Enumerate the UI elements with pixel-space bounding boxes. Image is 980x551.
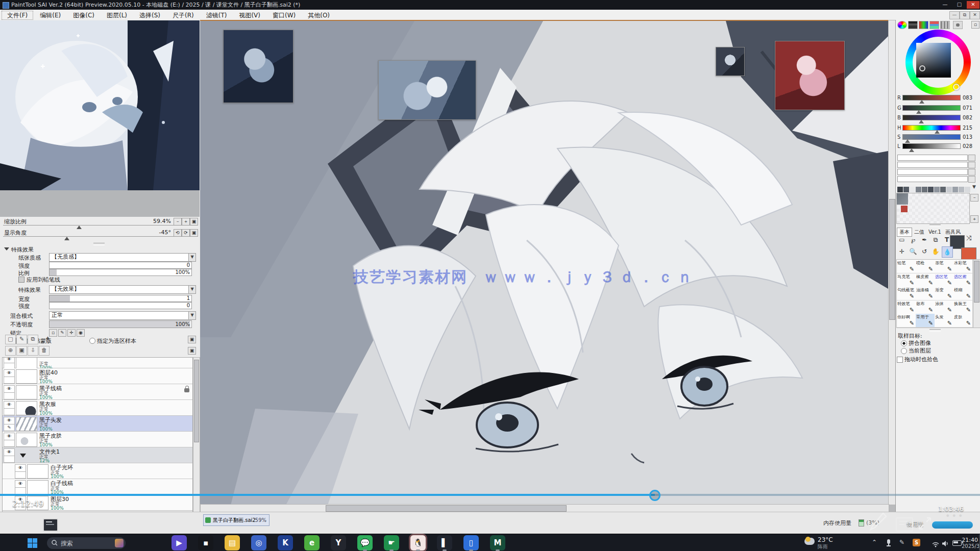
- layer-link-box[interactable]: [4, 392, 15, 399]
- nav-angle-reset-button[interactable]: ▣: [190, 229, 198, 237]
- brush-选区擦[interactable]: 选区擦✎: [953, 273, 973, 287]
- layer-visibility-eye-icon[interactable]: 👁: [15, 464, 26, 472]
- brush-换装王[interactable]: 换装王✎: [953, 300, 973, 314]
- layer-link-box[interactable]: ✎: [4, 424, 15, 431]
- new-folder-icon[interactable]: ▣: [16, 346, 27, 356]
- layer-list-menu-button[interactable]: ▣: [188, 347, 196, 355]
- brush-渐变[interactable]: 渐变✎: [935, 287, 954, 300]
- duplicate-layer-icon[interactable]: ⧉: [28, 335, 38, 344]
- paint-tool-icon[interactable]: ✎: [16, 335, 27, 344]
- layer-row-黑子皮肤[interactable]: 👁黑子皮肤正常100%: [3, 432, 192, 447]
- start-button[interactable]: [28, 538, 37, 548]
- color-mix-field-1[interactable]: [897, 155, 968, 161]
- layer-row-图层40[interactable]: 👁图层40正常100%: [3, 368, 192, 384]
- lock-all-icon[interactable]: ◉: [77, 329, 85, 337]
- layer-link-box[interactable]: [15, 487, 26, 494]
- paper-texture-dropdown[interactable]: 【无质感】▼: [49, 253, 196, 262]
- folder-collapse-icon[interactable]: [20, 454, 26, 458]
- layer-visibility-eye-icon[interactable]: 👁: [15, 480, 26, 488]
- color-mix-field-4[interactable]: [897, 176, 968, 182]
- media-player-icon[interactable]: ▶: [172, 535, 187, 550]
- swatch-5[interactable]: [922, 187, 927, 192]
- brush-勾线蘸笔[interactable]: 勾线蘸笔✎: [897, 287, 916, 300]
- eyedropper-tool-icon[interactable]: 💧: [942, 246, 953, 258]
- swatch-6[interactable]: [928, 187, 934, 192]
- scratchpad-tab-icon[interactable]: [953, 21, 963, 29]
- brush-头发[interactable]: 头发✎: [935, 314, 954, 328]
- layer-list-scrollbar-thumb[interactable]: [194, 360, 199, 442]
- panel-resize-grip[interactable]: [93, 243, 105, 245]
- navigator[interactable]: [0, 20, 200, 217]
- chevron-down-icon[interactable]: ▼: [188, 254, 195, 261]
- speaker-icon[interactable]: [942, 539, 949, 546]
- e-browser-icon[interactable]: e: [304, 535, 320, 550]
- color-scratchpad[interactable]: [896, 193, 970, 224]
- clone-icon[interactable]: ⧉: [930, 235, 941, 245]
- brush-常用于[interactable]: 常用于✎: [916, 314, 935, 328]
- doc-minimize-button[interactable]: —: [949, 11, 960, 19]
- brush-panel-grip[interactable]: [929, 329, 941, 332]
- rotate-view-icon[interactable]: ↺: [919, 246, 929, 257]
- layer-list-scrollbar[interactable]: [193, 357, 200, 513]
- menu-10[interactable]: 其他(O): [302, 10, 336, 20]
- weather-widget[interactable]: 23°C 阵雨: [804, 536, 861, 550]
- color-mix-field-2[interactable]: [897, 162, 968, 168]
- color-mix-field-button-1[interactable]: [968, 155, 975, 161]
- brush-你好啊[interactable]: 你好啊✎: [897, 314, 916, 328]
- nav-angle-slider[interactable]: [3, 236, 197, 237]
- menu-1[interactable]: 文件(F): [1, 10, 34, 20]
- menu-5[interactable]: 选择(S): [133, 10, 166, 20]
- brush-水彩笔[interactable]: 水彩笔✎: [953, 260, 973, 273]
- wifi-icon[interactable]: [932, 540, 939, 545]
- swatch-dropdown-icon[interactable]: ▼: [972, 184, 976, 189]
- annotate-pencil-icon[interactable]: [869, 511, 888, 532]
- doc-app-icon[interactable]: ▌: [437, 535, 452, 550]
- swatch-1[interactable]: [897, 187, 903, 192]
- layer-link-box[interactable]: [15, 471, 26, 479]
- scratchpad-zoom-out-button[interactable]: －: [970, 194, 978, 202]
- nav-zoom-reset-button[interactable]: ▣: [190, 218, 198, 226]
- layer-row-黑子头发[interactable]: 👁✎黑子头发正常100%: [3, 416, 192, 432]
- maximize-button[interactable]: □: [952, 1, 966, 9]
- opacity-slider[interactable]: 100%: [49, 320, 192, 328]
- color-slider-G[interactable]: [902, 105, 961, 111]
- fullscreen-icon[interactable]: [918, 516, 932, 531]
- layer-link-box[interactable]: [4, 456, 15, 463]
- reference-image-2[interactable]: [378, 60, 476, 120]
- color-slider-marker-G[interactable]: [916, 110, 921, 114]
- width-slider[interactable]: 1: [49, 295, 192, 302]
- more-options-icon[interactable]: •••: [945, 511, 964, 521]
- color-slider-R[interactable]: [902, 95, 961, 101]
- reference-image-1[interactable]: [223, 30, 293, 103]
- swatch-3[interactable]: [910, 187, 915, 192]
- tray-pen-icon[interactable]: ✎: [899, 539, 904, 546]
- document-tab[interactable]: 黑子白子翻画.sai2 59%: [203, 514, 270, 526]
- phone-link-icon[interactable]: ▯: [463, 535, 479, 550]
- brush-橡皮擦[interactable]: 橡皮擦✎: [916, 273, 935, 287]
- brush-皮肤[interactable]: 皮肤✎: [953, 314, 973, 328]
- color-wheel-cursor[interactable]: [953, 84, 960, 90]
- nav-zoom-out-button[interactable]: －: [174, 218, 182, 226]
- brush-模糊[interactable]: 模糊✎: [953, 287, 973, 300]
- layer-visibility-eye-icon[interactable]: 👁: [4, 369, 15, 377]
- brush-grid-scrollbar[interactable]: [973, 259, 980, 328]
- layer-link-box[interactable]: [4, 440, 15, 447]
- sampling-current-radio[interactable]: [901, 348, 907, 354]
- canvas-vertical-scrollbar-thumb[interactable]: [889, 199, 895, 320]
- swatch-2[interactable]: [903, 187, 909, 192]
- qq-penguin-icon[interactable]: 🐧: [410, 535, 426, 550]
- scale-slider[interactable]: 100%: [49, 269, 192, 276]
- nav-zoom-slider-marker[interactable]: [77, 226, 82, 229]
- layer-row-白子光环[interactable]: 👁白子光环正常100%: [3, 463, 192, 479]
- terminal-app-icon[interactable]: ▪: [198, 535, 213, 550]
- color-slider-S[interactable]: [902, 134, 961, 140]
- chevron-down-icon[interactable]: ▼: [188, 312, 195, 319]
- close-button[interactable]: ✕: [967, 1, 979, 9]
- video-progress-played[interactable]: [0, 494, 655, 496]
- layer-row-白子线稿[interactable]: 👁白子线稿正常100%: [3, 479, 192, 495]
- blue-swirl-app-icon[interactable]: ◎: [251, 535, 266, 550]
- layer-link-box[interactable]: [4, 377, 15, 384]
- layer-visibility-eye-icon[interactable]: 👁: [4, 448, 15, 456]
- menu-7[interactable]: 滤镜(T): [200, 10, 233, 20]
- new-layer-icon[interactable]: ⊕: [5, 346, 16, 356]
